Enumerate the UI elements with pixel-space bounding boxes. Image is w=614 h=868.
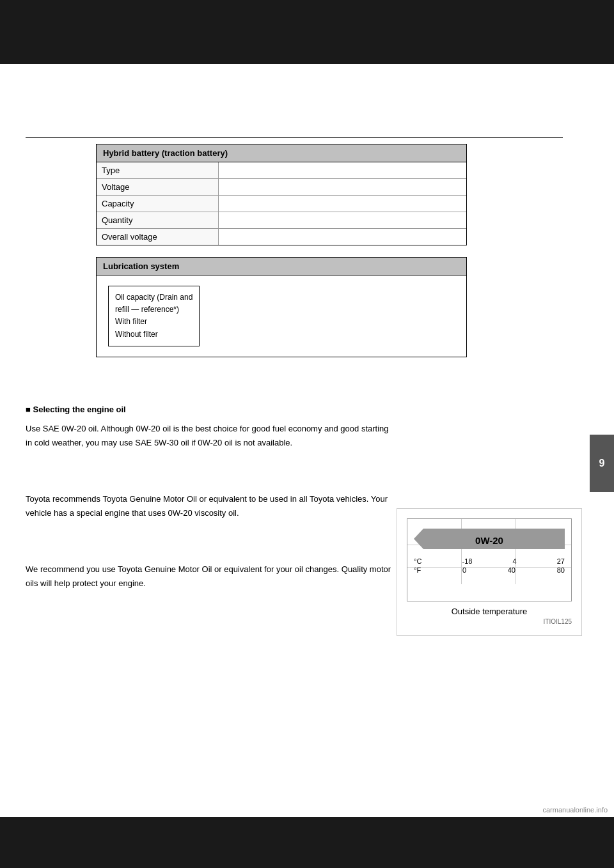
celsius-symbol: °C	[414, 557, 421, 565]
body-paragraph-2: Use SAE 0W-20 oil. Although 0W-20 oil is…	[26, 422, 397, 450]
lub-cell: Oil capacity (Drain and refill — referen…	[108, 286, 200, 346]
paragraph-2: Toyota recommends Toyota Genuine Motor O…	[26, 492, 397, 520]
quantity-value	[218, 212, 466, 229]
body-paragraph-1: ■ Selecting the engine oil	[26, 403, 588, 417]
type-value	[218, 162, 466, 179]
oil-capacity-line1: Oil capacity (Drain and	[115, 291, 193, 304]
body-paragraph-3: Toyota recommends Toyota Genuine Motor O…	[26, 492, 397, 520]
table-row: Voltage	[97, 179, 466, 196]
type-label: Type	[97, 162, 218, 179]
battery-table: Type Voltage Capacity Quantity Overall v…	[97, 162, 466, 245]
hybrid-battery-box: Hybrid battery (traction battery) Type V…	[96, 144, 467, 245]
lubrication-section: Lubrication system Oil capacity (Drain a…	[96, 257, 467, 357]
paragraph-3: We recommend you use Toyota Genuine Moto…	[26, 562, 397, 591]
lubrication-content: Oil capacity (Drain and refill — referen…	[97, 275, 466, 357]
capacity-value	[218, 196, 466, 212]
overall-voltage-label: Overall voltage	[97, 229, 218, 245]
overall-voltage-value	[218, 229, 466, 245]
table-row: Type	[97, 162, 466, 179]
top-rule	[26, 137, 563, 138]
bullet-text: Selecting the engine oil	[33, 405, 125, 414]
capacity-label: Capacity	[97, 196, 218, 212]
bottom-border	[0, 817, 614, 868]
page-tab: 9	[590, 435, 614, 492]
table-row: Overall voltage	[97, 229, 466, 245]
tab-number: 9	[599, 458, 605, 469]
bullet-icon: ■	[26, 405, 31, 414]
hybrid-battery-header: Hybrid battery (traction battery)	[97, 144, 466, 162]
with-filter: With filter	[115, 316, 193, 328]
temp-c-1: -18	[462, 557, 472, 565]
voltage-label: Voltage	[97, 179, 218, 196]
chart-id: ITIOIL125	[407, 618, 572, 625]
paragraph-1: Use SAE 0W-20 oil. Although 0W-20 oil is…	[26, 422, 397, 450]
without-filter: Without filter	[115, 329, 193, 341]
lubrication-header: Lubrication system	[97, 258, 466, 275]
temp-c-3: 27	[557, 557, 565, 565]
celsius-row: °C -18 4 27	[414, 557, 565, 565]
oil-chart-inner: 0W-20 °C -18 4 27 °F 0 40 80	[407, 518, 572, 601]
outside-temperature-label: Outside temperature	[407, 607, 572, 616]
watermark: carmanualonline.info	[542, 806, 608, 814]
top-border	[0, 0, 614, 64]
oil-grade-label: 0W-20	[475, 534, 503, 545]
table-row: Capacity	[97, 196, 466, 212]
body-paragraph-4: We recommend you use Toyota Genuine Moto…	[26, 562, 397, 591]
oil-chart: 0W-20 °C -18 4 27 °F 0 40 80 Outside tem…	[397, 508, 582, 636]
voltage-value	[218, 179, 466, 196]
hybrid-battery-section: Hybrid battery (traction battery) Type V…	[96, 144, 467, 369]
page: 9 Hybrid battery (traction battery) Type…	[0, 0, 614, 868]
quantity-label: Quantity	[97, 212, 218, 229]
oil-capacity-line2: refill — reference*)	[115, 304, 193, 316]
table-row: Quantity	[97, 212, 466, 229]
oil-arrow-container: 0W-20	[414, 525, 565, 554]
